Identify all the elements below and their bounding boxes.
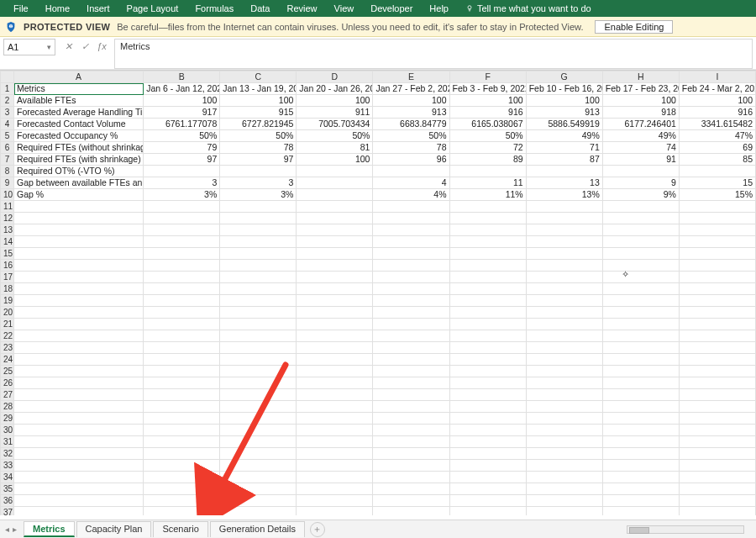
cell[interactable]: 915 xyxy=(220,107,297,119)
cell[interactable] xyxy=(526,389,602,401)
cell[interactable] xyxy=(144,436,220,448)
cell[interactable] xyxy=(14,483,144,495)
cell[interactable]: 3 xyxy=(144,177,220,189)
cell[interactable] xyxy=(14,495,144,507)
cell[interactable] xyxy=(144,389,220,401)
cell[interactable] xyxy=(679,483,755,495)
cell[interactable] xyxy=(14,354,144,366)
cell[interactable] xyxy=(526,377,602,389)
cell[interactable] xyxy=(373,201,449,213)
cell[interactable]: 81 xyxy=(297,142,373,154)
cell[interactable]: 72 xyxy=(449,142,526,154)
cell[interactable] xyxy=(526,248,602,260)
cell[interactable] xyxy=(144,260,220,272)
cell[interactable] xyxy=(449,213,526,224)
row-header[interactable]: 32 xyxy=(1,448,14,460)
cell[interactable] xyxy=(14,401,144,413)
row-header[interactable]: 2 xyxy=(1,95,14,107)
cell[interactable] xyxy=(449,366,526,377)
cell[interactable] xyxy=(297,330,373,342)
cell[interactable] xyxy=(679,413,755,425)
cell[interactable] xyxy=(526,342,602,354)
cell[interactable] xyxy=(144,272,220,283)
cell[interactable] xyxy=(14,389,144,401)
cell[interactable] xyxy=(679,295,755,307)
cell[interactable] xyxy=(14,448,144,460)
cell[interactable] xyxy=(373,224,449,236)
cell[interactable]: 3% xyxy=(220,189,297,201)
cell[interactable] xyxy=(144,342,220,354)
cell[interactable] xyxy=(449,295,526,307)
cell[interactable] xyxy=(220,295,297,307)
cell[interactable] xyxy=(297,295,373,307)
cell[interactable] xyxy=(14,425,144,436)
cell[interactable]: 6727.821945 xyxy=(220,119,297,130)
cell[interactable]: 911 xyxy=(297,107,373,119)
cell[interactable]: 100 xyxy=(220,95,297,107)
cell[interactable] xyxy=(679,330,755,342)
cell[interactable] xyxy=(297,366,373,377)
cell[interactable] xyxy=(679,366,755,377)
cell[interactable] xyxy=(449,377,526,389)
cell[interactable] xyxy=(602,295,679,307)
cell[interactable] xyxy=(679,236,755,248)
cell[interactable]: 3 xyxy=(220,177,297,189)
cell[interactable]: Feb 3 - Feb 9, 2022 xyxy=(449,83,526,95)
cell[interactable] xyxy=(220,354,297,366)
cell[interactable] xyxy=(220,472,297,483)
cell[interactable] xyxy=(526,224,602,236)
row-header[interactable]: 35 xyxy=(1,483,14,495)
cell[interactable]: 13 xyxy=(526,177,602,189)
cell[interactable] xyxy=(679,201,755,213)
cell[interactable] xyxy=(679,425,755,436)
cell[interactable]: 78 xyxy=(373,142,449,154)
cell[interactable] xyxy=(14,330,144,342)
cell[interactable] xyxy=(144,354,220,366)
cell[interactable]: 917 xyxy=(144,107,220,119)
sheet-tab[interactable]: Metrics xyxy=(24,521,75,537)
cell[interactable] xyxy=(373,413,449,425)
cell[interactable] xyxy=(14,366,144,377)
row-header[interactable]: 9 xyxy=(1,177,14,189)
cell[interactable] xyxy=(297,319,373,330)
cell[interactable] xyxy=(14,377,144,389)
cell[interactable] xyxy=(144,319,220,330)
cell[interactable] xyxy=(373,330,449,342)
cell[interactable] xyxy=(449,413,526,425)
cell[interactable]: Required FTEs (without shrinkage) xyxy=(14,142,144,154)
cell[interactable] xyxy=(373,354,449,366)
cell[interactable]: 50% xyxy=(220,130,297,142)
cell[interactable] xyxy=(602,377,679,389)
cell[interactable] xyxy=(297,166,373,177)
column-header[interactable]: G xyxy=(526,71,602,83)
cell[interactable] xyxy=(14,436,144,448)
cell[interactable] xyxy=(220,213,297,224)
cell[interactable] xyxy=(526,460,602,472)
cell[interactable] xyxy=(144,472,220,483)
cell[interactable] xyxy=(220,224,297,236)
row-header[interactable]: 36 xyxy=(1,495,14,507)
row-header[interactable]: 11 xyxy=(1,201,14,213)
cancel-icon[interactable]: ✕ xyxy=(60,39,76,54)
row-header[interactable]: 17 xyxy=(1,272,14,283)
cell[interactable] xyxy=(373,342,449,354)
row-header[interactable]: 1 xyxy=(1,83,14,95)
cell[interactable] xyxy=(449,436,526,448)
cell[interactable] xyxy=(373,166,449,177)
row-header[interactable]: 10 xyxy=(1,189,14,201)
row-header[interactable]: 23 xyxy=(1,342,14,354)
cell[interactable] xyxy=(449,307,526,319)
cell[interactable] xyxy=(602,389,679,401)
cell[interactable]: 100 xyxy=(297,154,373,166)
cell[interactable] xyxy=(602,413,679,425)
cell[interactable] xyxy=(373,236,449,248)
cell[interactable]: 5886.549919 xyxy=(526,119,602,130)
cell[interactable] xyxy=(297,425,373,436)
cell[interactable]: 916 xyxy=(679,107,755,119)
row-header[interactable]: 22 xyxy=(1,330,14,342)
cell[interactable] xyxy=(144,330,220,342)
cell[interactable] xyxy=(144,295,220,307)
cell[interactable] xyxy=(14,342,144,354)
column-header[interactable]: C xyxy=(220,71,297,83)
cell[interactable] xyxy=(602,307,679,319)
